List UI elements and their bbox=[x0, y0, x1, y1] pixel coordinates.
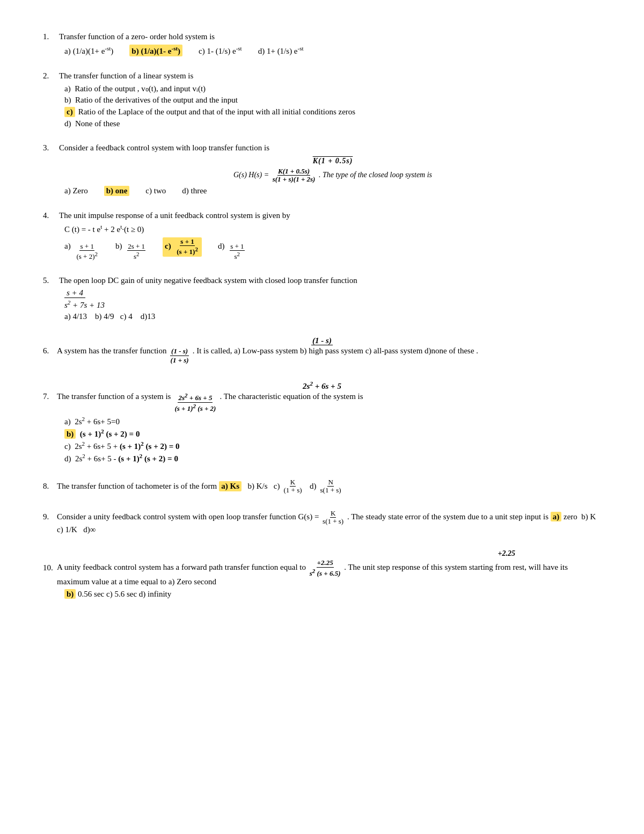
q1-text: Transfer function of a zero- order hold … bbox=[59, 32, 601, 41]
q6-question-line: 6. A system has the transfer function (1… bbox=[43, 346, 601, 365]
q7-question-line: 7. The transfer function of a system is … bbox=[43, 392, 601, 412]
question-4: 4. The unit impulse response of a unit f… bbox=[43, 211, 601, 261]
q4-option-a: a) s + 1 (s + 2)2 bbox=[64, 242, 99, 261]
q4-options: a) s + 1 (s + 2)2 b) 2s + 1 s2 c) s + 1 … bbox=[64, 237, 601, 261]
q1-option-c: c) 1- (1/s) e-st bbox=[199, 45, 242, 56]
question-7: 2s2 + 6s + 5 7. The transfer function of… bbox=[43, 380, 601, 463]
q7-option-d: d) 2s2 + 6s+ 5 - (s + 1)2 (s + 2) = 0 bbox=[64, 453, 601, 463]
q3-option-c: c) two bbox=[145, 186, 166, 195]
q2-option-d: d) None of these bbox=[64, 119, 601, 128]
q3-option-b: b) one bbox=[104, 186, 130, 196]
question-2: 2. The transfer function of a linear sys… bbox=[43, 71, 601, 128]
q3-text: Consider a feedback control system with … bbox=[59, 143, 601, 153]
q1-option-d: d) 1+ (1/s) e-st bbox=[258, 45, 304, 56]
q4-option-d: d) s + 1 s2 bbox=[218, 242, 246, 261]
q4-sub: C (t) = - t et + 2 et·(t ≥ 0) bbox=[64, 223, 601, 234]
q7-formula-top: 2s2 + 6s + 5 bbox=[43, 380, 601, 391]
q5-options: a) 4/13 b) 4/9 c) 4 d)13 bbox=[64, 312, 601, 321]
q7-options: a) 2s2 + 6s+ 5=0 b) (s + 1)2 (s + 2) = 0… bbox=[64, 416, 601, 463]
q3-option-d: d) three bbox=[182, 186, 207, 195]
q4-number: 4. bbox=[43, 211, 55, 220]
q4-option-c: c) s + 1 (s + 1)2 bbox=[163, 237, 202, 257]
question-1: 1. Transfer function of a zero- order ho… bbox=[43, 32, 601, 56]
q1-option-a: a) (1/a)(1+ e-st) bbox=[64, 45, 113, 56]
question-9: 9. Consider a unity feedback control sys… bbox=[43, 510, 601, 535]
question-10: +2.25 10. A unity feedback control syste… bbox=[43, 549, 601, 599]
q1-option-b: b) (1/a)(1- e-st) bbox=[129, 45, 182, 56]
q10-formula-top: +2.25 bbox=[43, 549, 601, 558]
question-8: 8. The transfer function of tachometer i… bbox=[43, 478, 601, 495]
q5-formula: s + 4 s2 + 7s + 13 bbox=[64, 288, 601, 310]
q3-option-a: a) Zero bbox=[64, 186, 88, 195]
q2-option-c: c) Ratio of the Laplace of the output an… bbox=[64, 107, 601, 117]
q8-question-line: 8. The transfer function of tachometer i… bbox=[43, 478, 601, 495]
q7-option-a: a) 2s2 + 6s+ 5=0 bbox=[64, 416, 601, 426]
question-5: 5. The open loop DC gain of unity negati… bbox=[43, 276, 601, 321]
q3-formula: K(1 + 0.5s) G(s) H(s) = K(1 + 0.5s) s(1 … bbox=[64, 157, 601, 196]
q2-option-b: b) Ratio of the derivatives of the outpu… bbox=[64, 96, 601, 105]
q5-text: The open loop DC gain of unity negative … bbox=[59, 276, 601, 285]
q2-number: 2. bbox=[43, 71, 55, 81]
q7-option-c: c) 2s2 + 6s+ 5 + (s + 1)2 (s + 2) = 0 bbox=[64, 440, 601, 451]
question-6: (1 - s) 6. A system has the transfer fun… bbox=[43, 336, 601, 365]
q9-question-line: 9. Consider a unity feedback control sys… bbox=[43, 510, 601, 535]
q4-text: The unit impulse response of a unit feed… bbox=[59, 211, 601, 220]
q2-option-a: a) Ratio of the output , v₀(t), and inpu… bbox=[64, 84, 601, 93]
q10-question-line: 10. A unity feedback control system has … bbox=[43, 559, 601, 586]
q3-number: 3. bbox=[43, 143, 55, 153]
q5-number: 5. bbox=[43, 276, 55, 285]
q1-number: 1. bbox=[43, 32, 55, 41]
q4-option-b: b) 2s + 1 s2 bbox=[115, 242, 147, 261]
q10-options-line2: b) 0.56 sec c) 5.6 sec d) infinity bbox=[64, 590, 601, 599]
q6-formula-top: (1 - s) bbox=[43, 336, 601, 345]
q2-text: The transfer function of a linear system… bbox=[59, 71, 601, 81]
question-3: 3. Consider a feedback control system wi… bbox=[43, 143, 601, 196]
q7-option-b: b) (s + 1)2 (s + 2) = 0 bbox=[64, 428, 601, 439]
